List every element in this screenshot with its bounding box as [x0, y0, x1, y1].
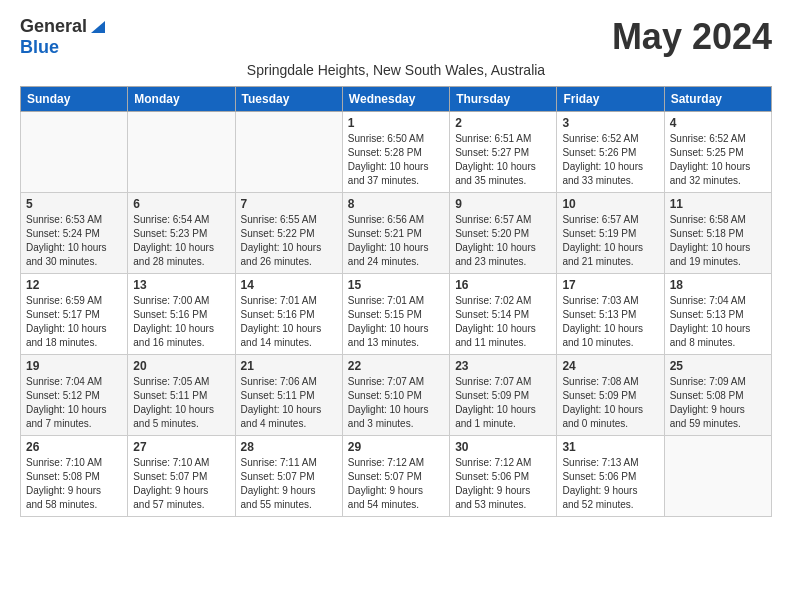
day-number: 30: [455, 440, 551, 454]
day-number: 25: [670, 359, 766, 373]
col-tuesday: Tuesday: [235, 87, 342, 112]
header: General Blue May 2024: [20, 16, 772, 58]
logo-blue: Blue: [20, 37, 59, 57]
col-thursday: Thursday: [450, 87, 557, 112]
day-number: 11: [670, 197, 766, 211]
day-cell: 6Sunrise: 6:54 AM Sunset: 5:23 PM Daylig…: [128, 193, 235, 274]
day-cell: 26Sunrise: 7:10 AM Sunset: 5:08 PM Dayli…: [21, 436, 128, 517]
day-number: 22: [348, 359, 444, 373]
day-cell: 25Sunrise: 7:09 AM Sunset: 5:08 PM Dayli…: [664, 355, 771, 436]
day-number: 27: [133, 440, 229, 454]
day-number: 4: [670, 116, 766, 130]
logo-triangle-icon: [89, 17, 107, 35]
day-info: Sunrise: 7:10 AM Sunset: 5:08 PM Dayligh…: [26, 456, 122, 512]
day-info: Sunrise: 6:54 AM Sunset: 5:23 PM Dayligh…: [133, 213, 229, 269]
week-row-4: 19Sunrise: 7:04 AM Sunset: 5:12 PM Dayli…: [21, 355, 772, 436]
day-cell: [128, 112, 235, 193]
day-info: Sunrise: 7:07 AM Sunset: 5:09 PM Dayligh…: [455, 375, 551, 431]
day-cell: 16Sunrise: 7:02 AM Sunset: 5:14 PM Dayli…: [450, 274, 557, 355]
calendar-table: Sunday Monday Tuesday Wednesday Thursday…: [20, 86, 772, 517]
day-cell: 4Sunrise: 6:52 AM Sunset: 5:25 PM Daylig…: [664, 112, 771, 193]
day-cell: 24Sunrise: 7:08 AM Sunset: 5:09 PM Dayli…: [557, 355, 664, 436]
day-cell: 23Sunrise: 7:07 AM Sunset: 5:09 PM Dayli…: [450, 355, 557, 436]
day-cell: [664, 436, 771, 517]
day-info: Sunrise: 7:05 AM Sunset: 5:11 PM Dayligh…: [133, 375, 229, 431]
day-info: Sunrise: 6:57 AM Sunset: 5:19 PM Dayligh…: [562, 213, 658, 269]
month-title: May 2024: [612, 16, 772, 58]
day-info: Sunrise: 7:02 AM Sunset: 5:14 PM Dayligh…: [455, 294, 551, 350]
day-info: Sunrise: 6:58 AM Sunset: 5:18 PM Dayligh…: [670, 213, 766, 269]
day-cell: 2Sunrise: 6:51 AM Sunset: 5:27 PM Daylig…: [450, 112, 557, 193]
day-cell: 13Sunrise: 7:00 AM Sunset: 5:16 PM Dayli…: [128, 274, 235, 355]
day-number: 8: [348, 197, 444, 211]
day-info: Sunrise: 6:52 AM Sunset: 5:25 PM Dayligh…: [670, 132, 766, 188]
col-sunday: Sunday: [21, 87, 128, 112]
week-row-5: 26Sunrise: 7:10 AM Sunset: 5:08 PM Dayli…: [21, 436, 772, 517]
day-cell: 18Sunrise: 7:04 AM Sunset: 5:13 PM Dayli…: [664, 274, 771, 355]
day-number: 24: [562, 359, 658, 373]
day-cell: 30Sunrise: 7:12 AM Sunset: 5:06 PM Dayli…: [450, 436, 557, 517]
day-number: 18: [670, 278, 766, 292]
day-cell: 8Sunrise: 6:56 AM Sunset: 5:21 PM Daylig…: [342, 193, 449, 274]
day-number: 19: [26, 359, 122, 373]
day-cell: 7Sunrise: 6:55 AM Sunset: 5:22 PM Daylig…: [235, 193, 342, 274]
day-number: 20: [133, 359, 229, 373]
day-cell: 22Sunrise: 7:07 AM Sunset: 5:10 PM Dayli…: [342, 355, 449, 436]
day-cell: 15Sunrise: 7:01 AM Sunset: 5:15 PM Dayli…: [342, 274, 449, 355]
logo-line2: Blue: [20, 37, 59, 58]
page: General Blue May 2024 Springdale Heights…: [0, 0, 792, 537]
day-cell: 20Sunrise: 7:05 AM Sunset: 5:11 PM Dayli…: [128, 355, 235, 436]
day-number: 26: [26, 440, 122, 454]
day-number: 12: [26, 278, 122, 292]
day-number: 7: [241, 197, 337, 211]
week-row-3: 12Sunrise: 6:59 AM Sunset: 5:17 PM Dayli…: [21, 274, 772, 355]
day-number: 9: [455, 197, 551, 211]
day-info: Sunrise: 7:04 AM Sunset: 5:13 PM Dayligh…: [670, 294, 766, 350]
day-number: 13: [133, 278, 229, 292]
day-info: Sunrise: 7:09 AM Sunset: 5:08 PM Dayligh…: [670, 375, 766, 431]
day-cell: [235, 112, 342, 193]
day-number: 23: [455, 359, 551, 373]
day-number: 10: [562, 197, 658, 211]
day-info: Sunrise: 7:04 AM Sunset: 5:12 PM Dayligh…: [26, 375, 122, 431]
day-info: Sunrise: 6:56 AM Sunset: 5:21 PM Dayligh…: [348, 213, 444, 269]
day-number: 2: [455, 116, 551, 130]
day-cell: 1Sunrise: 6:50 AM Sunset: 5:28 PM Daylig…: [342, 112, 449, 193]
day-info: Sunrise: 6:52 AM Sunset: 5:26 PM Dayligh…: [562, 132, 658, 188]
day-number: 6: [133, 197, 229, 211]
day-info: Sunrise: 7:08 AM Sunset: 5:09 PM Dayligh…: [562, 375, 658, 431]
day-number: 29: [348, 440, 444, 454]
day-cell: 27Sunrise: 7:10 AM Sunset: 5:07 PM Dayli…: [128, 436, 235, 517]
day-info: Sunrise: 6:53 AM Sunset: 5:24 PM Dayligh…: [26, 213, 122, 269]
day-info: Sunrise: 7:11 AM Sunset: 5:07 PM Dayligh…: [241, 456, 337, 512]
day-cell: 29Sunrise: 7:12 AM Sunset: 5:07 PM Dayli…: [342, 436, 449, 517]
col-saturday: Saturday: [664, 87, 771, 112]
day-number: 14: [241, 278, 337, 292]
day-cell: 9Sunrise: 6:57 AM Sunset: 5:20 PM Daylig…: [450, 193, 557, 274]
day-number: 28: [241, 440, 337, 454]
day-cell: 3Sunrise: 6:52 AM Sunset: 5:26 PM Daylig…: [557, 112, 664, 193]
day-cell: 28Sunrise: 7:11 AM Sunset: 5:07 PM Dayli…: [235, 436, 342, 517]
day-info: Sunrise: 6:59 AM Sunset: 5:17 PM Dayligh…: [26, 294, 122, 350]
day-cell: [21, 112, 128, 193]
day-info: Sunrise: 6:57 AM Sunset: 5:20 PM Dayligh…: [455, 213, 551, 269]
day-number: 21: [241, 359, 337, 373]
day-cell: 12Sunrise: 6:59 AM Sunset: 5:17 PM Dayli…: [21, 274, 128, 355]
day-info: Sunrise: 7:01 AM Sunset: 5:16 PM Dayligh…: [241, 294, 337, 350]
day-cell: 5Sunrise: 6:53 AM Sunset: 5:24 PM Daylig…: [21, 193, 128, 274]
day-number: 31: [562, 440, 658, 454]
day-info: Sunrise: 7:12 AM Sunset: 5:07 PM Dayligh…: [348, 456, 444, 512]
day-info: Sunrise: 7:00 AM Sunset: 5:16 PM Dayligh…: [133, 294, 229, 350]
week-row-2: 5Sunrise: 6:53 AM Sunset: 5:24 PM Daylig…: [21, 193, 772, 274]
day-number: 5: [26, 197, 122, 211]
day-cell: 17Sunrise: 7:03 AM Sunset: 5:13 PM Dayli…: [557, 274, 664, 355]
day-info: Sunrise: 7:12 AM Sunset: 5:06 PM Dayligh…: [455, 456, 551, 512]
day-cell: 10Sunrise: 6:57 AM Sunset: 5:19 PM Dayli…: [557, 193, 664, 274]
day-number: 15: [348, 278, 444, 292]
col-wednesday: Wednesday: [342, 87, 449, 112]
day-info: Sunrise: 6:51 AM Sunset: 5:27 PM Dayligh…: [455, 132, 551, 188]
day-info: Sunrise: 7:10 AM Sunset: 5:07 PM Dayligh…: [133, 456, 229, 512]
day-number: 1: [348, 116, 444, 130]
day-cell: 31Sunrise: 7:13 AM Sunset: 5:06 PM Dayli…: [557, 436, 664, 517]
col-monday: Monday: [128, 87, 235, 112]
